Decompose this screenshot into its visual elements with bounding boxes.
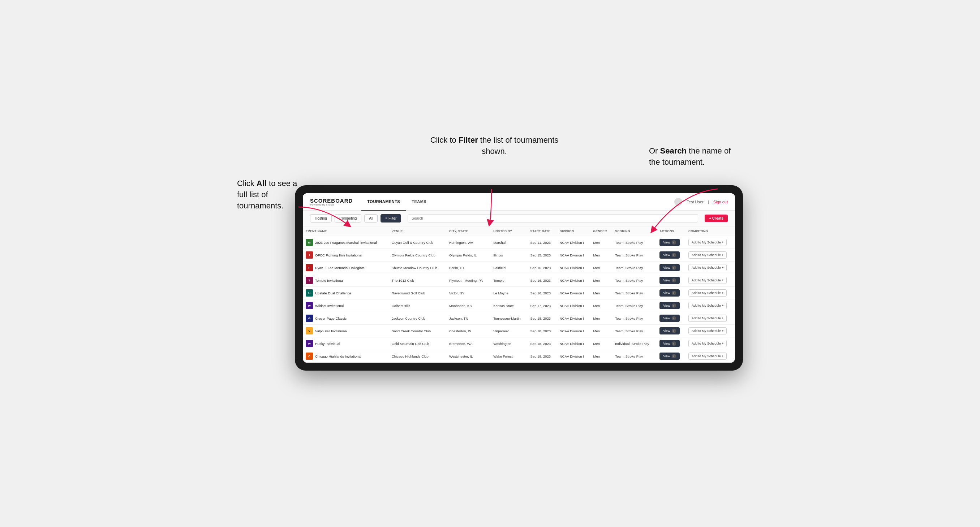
competing-1: Add to My Schedule + <box>686 249 735 262</box>
add-schedule-button-1[interactable]: Add to My Schedule + <box>688 251 727 259</box>
all-button[interactable]: All <box>364 214 378 222</box>
table-row: V Valpo Fall Invitational Sand Creek Cou… <box>303 325 735 337</box>
add-schedule-button-5[interactable]: Add to My Schedule + <box>688 302 727 309</box>
table-header: EVENT NAME VENUE CITY, STATE HOSTED BY S… <box>303 227 735 236</box>
actions-6: View i <box>657 312 686 325</box>
add-schedule-button-2[interactable]: Add to My Schedule + <box>688 264 727 271</box>
view-button-8[interactable]: View i <box>659 340 679 347</box>
division-5: NCAA Division I <box>557 300 590 312</box>
add-schedule-button-7[interactable]: Add to My Schedule + <box>688 327 727 335</box>
info-icon-8: i <box>672 341 676 346</box>
view-button-6[interactable]: View i <box>659 314 679 322</box>
city-state-0: Huntington, WV <box>446 236 490 249</box>
hosted-by-2: Fairfield <box>490 262 527 274</box>
actions-0: View i <box>657 236 686 249</box>
col-start-date: START DATE <box>528 227 557 236</box>
event-name-9: Chicago Highlands Invitational <box>315 354 361 358</box>
scoring-9: Team, Stroke Play <box>612 350 657 363</box>
venue-4: Ravenwood Golf Club <box>389 287 446 300</box>
scoring-2: Team, Stroke Play <box>612 262 657 274</box>
create-button[interactable]: + Create <box>705 214 728 222</box>
table-row: W Wildcat Invitational Colbert Hills Man… <box>303 300 735 312</box>
info-icon-9: i <box>672 354 676 358</box>
team-logo-6: G <box>306 314 313 322</box>
add-schedule-button-8[interactable]: Add to My Schedule + <box>688 340 727 347</box>
team-logo-0: M <box>306 239 313 246</box>
col-venue: VENUE <box>389 227 446 236</box>
view-button-9[interactable]: View i <box>659 352 679 360</box>
division-2: NCAA Division I <box>557 262 590 274</box>
team-logo-8: W <box>306 340 313 347</box>
gender-3: Men <box>590 274 612 287</box>
view-button-0[interactable]: View i <box>659 239 679 246</box>
venue-2: Shuttle Meadow Country Club <box>389 262 446 274</box>
add-schedule-button-9[interactable]: Add to My Schedule + <box>688 352 727 360</box>
gender-0: Men <box>590 236 612 249</box>
view-button-5[interactable]: View i <box>659 302 679 309</box>
team-logo-2: F <box>306 264 313 271</box>
scoring-5: Team, Stroke Play <box>612 300 657 312</box>
nav-tabs: TOURNAMENTS TEAMS <box>361 193 432 211</box>
gender-4: Men <box>590 287 612 300</box>
competing-2: Add to My Schedule + <box>686 262 735 274</box>
header-right: Test User | Sign out <box>674 198 728 206</box>
division-6: NCAA Division I <box>557 312 590 325</box>
table-body: M 2023 Joe Feaganes Marshall Invitationa… <box>303 236 735 363</box>
view-button-3[interactable]: View i <box>659 277 679 284</box>
filter-button[interactable]: ≡ Filter <box>380 214 401 222</box>
tablet-screen: SCOREBOARD Powered by clippd TOURNAMENTS… <box>303 193 735 363</box>
actions-1: View i <box>657 249 686 262</box>
gender-8: Men <box>590 337 612 350</box>
venue-5: Colbert Hills <box>389 300 446 312</box>
add-schedule-button-3[interactable]: Add to My Schedule + <box>688 277 727 284</box>
view-button-7[interactable]: View i <box>659 327 679 335</box>
venue-9: Chicago Highlands Club <box>389 350 446 363</box>
add-schedule-button-0[interactable]: Add to My Schedule + <box>688 239 727 246</box>
scoring-6: Team, Stroke Play <box>612 312 657 325</box>
start-date-2: Sep 16, 2023 <box>528 262 557 274</box>
view-button-2[interactable]: View i <box>659 264 679 271</box>
start-date-3: Sep 16, 2023 <box>528 274 557 287</box>
competing-0: Add to My Schedule + <box>686 236 735 249</box>
venue-7: Sand Creek Country Club <box>389 325 446 337</box>
event-name-0: 2023 Joe Feaganes Marshall Invitational <box>315 241 377 244</box>
start-date-0: Sep 11, 2023 <box>528 236 557 249</box>
info-icon-4: i <box>672 291 676 295</box>
actions-7: View i <box>657 325 686 337</box>
add-schedule-button-4[interactable]: Add to My Schedule + <box>688 289 727 297</box>
search-input[interactable] <box>407 214 698 222</box>
team-logo-7: V <box>306 327 313 335</box>
sign-out-link[interactable]: Sign out <box>713 200 728 204</box>
competing-button[interactable]: Competing <box>335 214 361 222</box>
view-button-1[interactable]: View i <box>659 251 679 259</box>
scoring-8: Individual, Stroke Play <box>612 337 657 350</box>
outer-wrapper: Click All to see a full list of tourname… <box>237 156 743 371</box>
event-name-cell-3: T Temple Invitational <box>303 274 389 287</box>
search-box <box>407 214 698 222</box>
add-schedule-button-6[interactable]: Add to My Schedule + <box>688 314 727 322</box>
start-date-6: Sep 18, 2023 <box>528 312 557 325</box>
col-division: DIVISION <box>557 227 590 236</box>
tab-teams[interactable]: TEAMS <box>406 193 432 211</box>
table-row: I OFCC Fighting Illini Invitational Olym… <box>303 249 735 262</box>
division-0: NCAA Division I <box>557 236 590 249</box>
division-4: NCAA Division I <box>557 287 590 300</box>
start-date-1: Sep 15, 2023 <box>528 249 557 262</box>
gender-7: Men <box>590 325 612 337</box>
info-icon-5: i <box>672 303 676 308</box>
scoring-1: Team, Stroke Play <box>612 249 657 262</box>
hosted-by-1: Illinois <box>490 249 527 262</box>
event-name-cell-0: M 2023 Joe Feaganes Marshall Invitationa… <box>303 236 389 249</box>
info-icon-0: i <box>672 240 676 244</box>
event-name-cell-7: V Valpo Fall Invitational <box>303 325 389 337</box>
division-3: NCAA Division I <box>557 274 590 287</box>
view-button-4[interactable]: View i <box>659 289 679 297</box>
venue-8: Gold Mountain Golf Club <box>389 337 446 350</box>
start-date-5: Sep 17, 2023 <box>528 300 557 312</box>
event-name-cell-1: I OFCC Fighting Illini Invitational <box>303 249 389 262</box>
tab-tournaments[interactable]: TOURNAMENTS <box>361 193 406 211</box>
hosting-button[interactable]: Hosting <box>310 214 332 222</box>
logo-sub: Powered by clippd <box>310 203 353 206</box>
actions-2: View i <box>657 262 686 274</box>
info-icon-3: i <box>672 278 676 283</box>
